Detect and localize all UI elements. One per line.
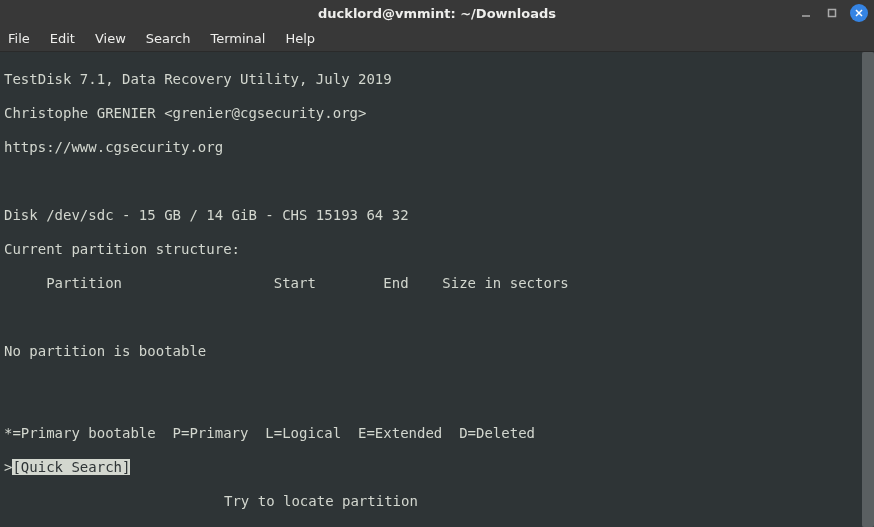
menu-search[interactable]: Search xyxy=(146,31,191,46)
menu-terminal[interactable]: Terminal xyxy=(210,31,265,46)
terminal-line: No partition is bootable xyxy=(4,343,870,360)
close-button[interactable] xyxy=(850,4,868,22)
terminal-line xyxy=(4,309,870,326)
terminal-line: Current partition structure: xyxy=(4,241,870,258)
terminal-output[interactable]: TestDisk 7.1, Data Recovery Utility, Jul… xyxy=(0,52,874,527)
scrollbar[interactable] xyxy=(862,52,874,527)
menubar: File Edit View Search Terminal Help xyxy=(0,26,874,52)
terminal-line: TestDisk 7.1, Data Recovery Utility, Jul… xyxy=(4,71,870,88)
maximize-icon xyxy=(827,8,837,18)
scrollbar-thumb[interactable] xyxy=(862,52,874,527)
partition-legend: *=Primary bootable P=Primary L=Logical E… xyxy=(4,425,858,442)
minimize-icon xyxy=(801,8,811,18)
menu-help[interactable]: Help xyxy=(285,31,315,46)
terminal-line: Partition Start End Size in sectors xyxy=(4,275,870,292)
window-title: ducklord@vmmint: ~/Downloads xyxy=(318,6,556,21)
menu-file[interactable]: File xyxy=(8,31,30,46)
menu-view[interactable]: View xyxy=(95,31,126,46)
terminal-line xyxy=(4,173,870,190)
window-controls xyxy=(798,4,868,22)
window-titlebar: ducklord@vmmint: ~/Downloads xyxy=(0,0,874,26)
terminal-line: Christophe GRENIER <grenier@cgsecurity.o… xyxy=(4,105,870,122)
quick-search-option[interactable]: [Quick Search] xyxy=(12,459,130,475)
terminal-line: Disk /dev/sdc - 15 GB / 14 GiB - CHS 151… xyxy=(4,207,870,224)
terminal-line: https://www.cgsecurity.org xyxy=(4,139,870,156)
menu-edit[interactable]: Edit xyxy=(50,31,75,46)
minimize-button[interactable] xyxy=(798,5,814,21)
svg-rect-1 xyxy=(829,10,836,17)
menu-hint: Try to locate partition xyxy=(4,493,858,510)
maximize-button[interactable] xyxy=(824,5,840,21)
menu-selection-line: >[Quick Search] xyxy=(4,459,858,476)
close-icon xyxy=(854,8,864,18)
